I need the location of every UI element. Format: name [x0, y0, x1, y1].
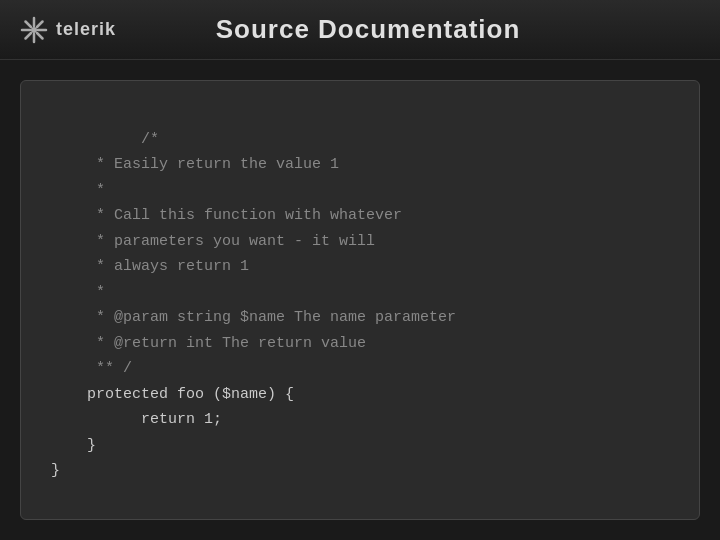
svg-line-5	[26, 21, 32, 27]
code-block: /* * Easily return the value 1 * * Call …	[51, 101, 456, 509]
svg-line-8	[26, 33, 32, 39]
code-container: /* * Easily return the value 1 * * Call …	[20, 80, 700, 520]
code-line-2: protected foo ($name) { return 1; } }	[51, 386, 294, 480]
header: telerik Source Documentation	[0, 0, 720, 60]
code-line-1: /* * Easily return the value 1 * * Call …	[51, 131, 456, 378]
page-title: Source Documentation	[36, 14, 700, 45]
main-content: /* * Easily return the value 1 * * Call …	[0, 60, 720, 540]
